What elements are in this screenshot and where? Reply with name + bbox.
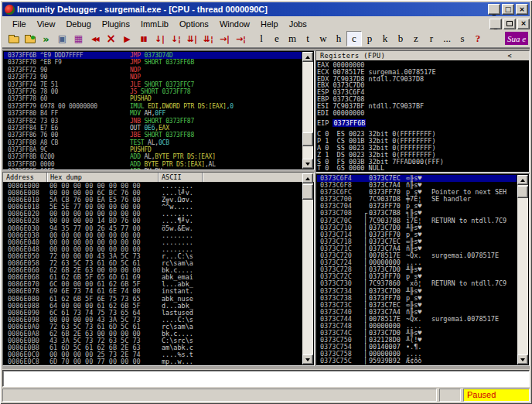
scroll-thumb[interactable] bbox=[517, 186, 528, 198]
scroll-down-button[interactable] bbox=[517, 354, 528, 365]
toolbar-letter-b[interactable]: b bbox=[393, 31, 408, 46]
toolbar-letter-r[interactable]: r bbox=[424, 31, 439, 46]
hexdump-row-0086E018[interactable]: 0086E0185E 5E 77 00 00 00 00 00^^w..... bbox=[4, 204, 302, 211]
menu-immlib[interactable]: ImmLib bbox=[135, 19, 174, 29]
disasm-row-0373FF84[interactable]: 0373FF84E7 E6OUT 0E6,EAX bbox=[4, 125, 302, 132]
mdi-restore-button[interactable] bbox=[503, 19, 516, 29]
toolbar-letter-?[interactable]: ? bbox=[470, 31, 486, 46]
toolbar-letter-p[interactable]: p bbox=[362, 31, 377, 46]
exec-till-user-icon[interactable]: →¦ bbox=[233, 31, 249, 46]
open-file-icon[interactable] bbox=[5, 31, 22, 46]
menu-view[interactable]: View bbox=[32, 19, 61, 29]
hexdump-row-0086E0A8[interactable]: 0086E0A862 6B 2E 63 00 00 00 00bk.c.... bbox=[4, 330, 302, 337]
hexdump-row-0086E048[interactable]: 0086E04800 00 00 00 00 00 00 00........ bbox=[4, 246, 302, 253]
disasm-row-0373FF78[interactable]: 0373FF7860PUSHAD bbox=[4, 95, 302, 102]
disasm-row-0373FF79[interactable]: 0373FF796978 00 00000000IMUL EDI,DWORD P… bbox=[4, 103, 302, 110]
hexdump-row-0086E0B0[interactable]: 0086E0B043 3A 5C 73 72 63 5C 73C:\src\s bbox=[4, 337, 302, 344]
hexdump-row-0086E058[interactable]: 0086E05872 63 5C 73 61 6D 5C 61rc\sam\a bbox=[4, 260, 302, 267]
hexdump-row-0086E080[interactable]: 0086E08061 62 6B 5F 6E 75 73 65abk_nuse bbox=[4, 296, 302, 303]
animate-over-icon[interactable]: ⇊¦ bbox=[200, 31, 217, 46]
hexdump-row-0086E0C0[interactable]: 0086E0C000 00 00 00 25 73 2E 74....%s.t bbox=[4, 351, 302, 358]
scroll-thumb[interactable] bbox=[302, 184, 313, 200]
script-window-icon[interactable]: ▦ bbox=[70, 31, 87, 46]
restart-process-icon[interactable] bbox=[22, 31, 38, 46]
hexdump-row-0086E050[interactable]: 0086E05072 00 00 00 43 3A 5C 73r...C:\s bbox=[4, 253, 302, 260]
hexdump-row-0086E000[interactable]: 0086E00000 00 00 00 00 00 00 00........ bbox=[4, 183, 302, 190]
hexdump-row-0086E0A0[interactable]: 0086E0A072 63 5C 73 61 6D 5C 61rc\sam\a bbox=[4, 324, 302, 330]
menu-window[interactable]: Window bbox=[214, 19, 255, 29]
disassembly-scrollbar[interactable] bbox=[302, 52, 313, 169]
toolbar-letter-...[interactable]: ... bbox=[439, 31, 455, 46]
hexdump-row-0086E068[interactable]: 0086E06861 62 6B 5F 65 6D 61 69abk_emai bbox=[4, 274, 302, 281]
maximize-button[interactable]: □ bbox=[502, 4, 514, 15]
run-icon[interactable]: ▶ bbox=[119, 31, 135, 46]
disasm-row-0373FF80[interactable]: 0373FF80B4 FFMOV AH,0FF bbox=[4, 110, 302, 117]
hexdump-row-0086E088[interactable]: 0086E08864 00 00 00 61 62 6B 5Fd...abk_ bbox=[4, 303, 302, 310]
hexdump-row-0086E030[interactable]: 0086E03094 35 77 00 26 45 77 00ö5w.&Ew. bbox=[4, 225, 302, 232]
disasm-row-0373FF8A[interactable]: 0373FF8A9CPUSHFD bbox=[4, 146, 302, 153]
hexdump-row-0086E078[interactable]: 0086E07869 6E 73 74 61 6E 74 00instant. bbox=[4, 288, 302, 295]
rewind-icon[interactable]: ◀◀ bbox=[87, 31, 103, 46]
hexdump-row-0086E098[interactable]: 0086E09800 00 00 00 43 3A 5C 73....C:\s bbox=[4, 317, 302, 324]
disasm-row-0373FF73[interactable]: 0373FF7390NOP bbox=[4, 74, 302, 80]
hexdump-row-0086E040[interactable]: 0086E04000 00 00 00 00 00 00 00........ bbox=[4, 239, 302, 246]
toolbar-letter-s[interactable]: s bbox=[455, 31, 470, 46]
hexdump-row-0086E060[interactable]: 0086E06062 6B 2E 63 00 00 00 00bk.c.... bbox=[4, 267, 302, 274]
disasm-row-0373FF8F[interactable]: 0373FF8F00FFADD BH,BH bbox=[4, 168, 302, 169]
pause-icon[interactable]: ▮▮ bbox=[135, 31, 152, 46]
minimize-button[interactable]: _ bbox=[488, 4, 500, 15]
disasm-row-0373FF70[interactable]: 0373FF70^EB F9JMP SHORT 0373FF6B bbox=[4, 59, 302, 66]
disasm-row-0373FF74[interactable]: 0373FF747E 51JLE SHORT 0373FFC7 bbox=[4, 81, 302, 88]
hexdump-row-0086E028[interactable]: 0086E02800 00 00 00 14 BD 76 00....¶╜v. bbox=[4, 217, 302, 224]
scroll-up-button[interactable] bbox=[302, 173, 313, 183]
hexdump-row-0086E038[interactable]: 0086E03800 00 00 00 00 00 00 00........ bbox=[4, 232, 302, 239]
disasm-row-0373FF8B[interactable]: 0373FF8B0200ADD AL,BYTE PTR DS:[EAX] bbox=[4, 153, 302, 160]
toolbar-letter-z[interactable]: z bbox=[408, 31, 424, 46]
scroll-down-button[interactable] bbox=[302, 159, 313, 169]
column-header-ascii[interactable]: ASCII bbox=[159, 173, 203, 182]
column-header-address[interactable]: Address bbox=[3, 173, 47, 182]
menu-plugins[interactable]: Plugins bbox=[97, 19, 135, 29]
toolbar-letter-k[interactable]: k bbox=[377, 31, 393, 46]
toolbar-letter-h[interactable]: h bbox=[331, 31, 346, 46]
scroll-down-button[interactable] bbox=[302, 354, 313, 365]
animate-into-icon[interactable]: ⇊| bbox=[184, 31, 200, 46]
close-process-icon[interactable]: × bbox=[103, 31, 119, 46]
mdi-minimize-button[interactable]: _ bbox=[489, 19, 502, 29]
stack-row-0373C75C[interactable]: 0373C75C│95939B92Æ¢ôò bbox=[317, 358, 517, 365]
hexdump-scrollbar[interactable] bbox=[302, 173, 313, 365]
windows-list-icon[interactable]: ▣ bbox=[54, 31, 70, 46]
toolbar-letter-t[interactable]: t bbox=[300, 31, 315, 46]
hexdump-row-0086E070[interactable]: 0086E0706C 00 00 00 61 62 6B 5Fl...abk_ bbox=[4, 281, 302, 288]
exec-till-return-icon[interactable]: →| bbox=[217, 31, 233, 46]
disasm-row-0373FF76[interactable]: 0373FF7678 00JS SHORT 0373FF78 bbox=[4, 88, 302, 95]
toolbar-letter-c[interactable]: c bbox=[346, 31, 362, 46]
mdi-close-button[interactable]: × bbox=[517, 19, 530, 29]
collapse-button[interactable]: < bbox=[507, 51, 512, 60]
hexdump-row-0086E090[interactable]: 0086E0906C 61 73 74 75 73 65 64lastused bbox=[4, 310, 302, 317]
menu-help[interactable]: Help bbox=[255, 19, 284, 29]
toolbar-letter-e[interactable]: e bbox=[269, 31, 285, 46]
hexdump-row-0086E008[interactable]: 0086E00800 00 00 00 6C BC 76 00....l╝v. bbox=[4, 190, 302, 197]
scroll-up-button[interactable] bbox=[302, 52, 313, 62]
stack-scrollbar[interactable] bbox=[517, 175, 528, 365]
menu-file[interactable]: File bbox=[7, 19, 32, 29]
toolbar-letter-w[interactable]: w bbox=[315, 31, 331, 46]
menu-jobs[interactable]: Jobs bbox=[284, 19, 312, 29]
command-line-input[interactable] bbox=[2, 370, 530, 387]
menu-options[interactable]: Options bbox=[174, 19, 214, 29]
scroll-thumb[interactable] bbox=[302, 132, 313, 146]
hexdump-row-0086E0B8[interactable]: 0086E0B861 6D 5C 61 62 6B 2E 63am\abk.c bbox=[4, 344, 302, 351]
hexdump-row-0086E010[interactable]: 0086E0105A CB 76 00 EA E5 76 00Z╦v.Ωσv. bbox=[4, 197, 302, 204]
disasm-row-0373FF88[interactable]: 0373FF88A8 CBTEST AL,0CB bbox=[4, 139, 302, 146]
disasm-row-0373FF82[interactable]: 0373FF8273 03JNB SHORT 0373FF87 bbox=[4, 118, 302, 125]
register-EDI[interactable]: EDI 00000000 bbox=[317, 110, 528, 117]
toolbar-letter-m[interactable]: m bbox=[285, 31, 300, 46]
scroll-up-button[interactable] bbox=[517, 175, 528, 185]
hexdump-row-0086E020[interactable]: 0086E02000 00 00 00 00 00 00 00........ bbox=[4, 211, 302, 217]
step-into-icon[interactable]: ↓| bbox=[152, 31, 168, 46]
toolbar-letter-l[interactable]: l bbox=[254, 31, 269, 46]
register-EIP[interactable]: EIP 0373FF6B bbox=[317, 119, 528, 127]
disasm-row-0373FF72[interactable]: 0373FF7290NOP bbox=[4, 67, 302, 74]
disasm-row-0373FF86[interactable]: 0373FF8676 00JBE SHORT 0373FF88 bbox=[4, 132, 302, 139]
